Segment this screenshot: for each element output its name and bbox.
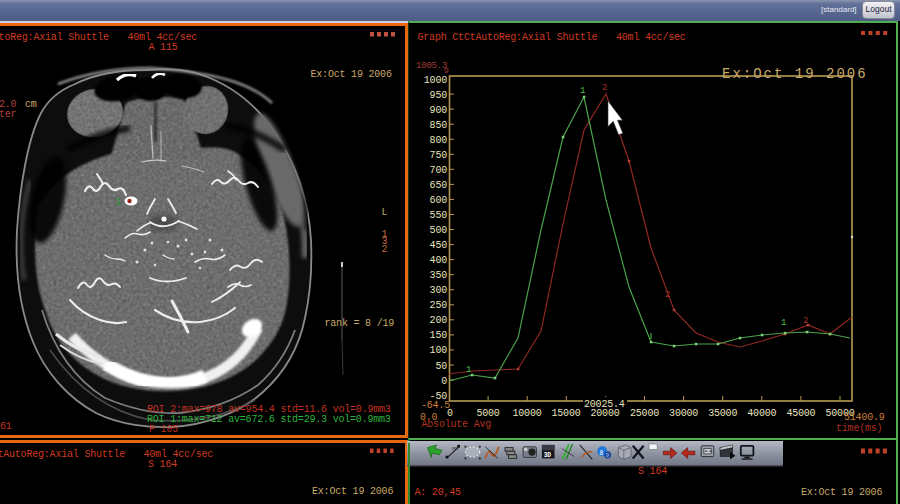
svg-text:35000: 35000 [708, 408, 737, 419]
svg-text:rank = 8 /19: rank = 8 /19 [325, 318, 395, 329]
svg-text:20025.4: 20025.4 [584, 399, 625, 410]
svg-text:600: 600 [430, 195, 448, 206]
svg-text:51400.9: 51400.9 [844, 412, 885, 423]
svg-text:40ml 4cc/sec: 40ml 4cc/sec [616, 32, 686, 43]
svg-text:A 115: A 115 [149, 42, 178, 53]
svg-text:CtCtAutoReg:Axial Shuttle: CtCtAutoReg:Axial Shuttle [0, 449, 125, 460]
svg-text:CtCtAutoReg:Axial Shuttle: CtCtAutoReg:Axial Shuttle [0, 32, 109, 43]
svg-text:2: 2 [602, 83, 607, 93]
svg-text:500: 500 [430, 225, 448, 236]
svg-text:40000: 40000 [747, 408, 776, 419]
svg-text:2: 2 [803, 316, 808, 326]
svg-text:1: 1 [466, 365, 471, 375]
svg-text:9: 9 [606, 454, 609, 460]
svg-text:650: 650 [430, 180, 448, 191]
svg-text:L: L [382, 207, 388, 218]
svg-text:25000: 25000 [630, 408, 659, 419]
svg-text:700: 700 [430, 165, 448, 176]
svg-text:Graph CtCtAutoReg:Axial Shuttl: Graph CtCtAutoReg:Axial Shuttle [418, 32, 598, 43]
svg-text:1: 1 [580, 86, 585, 96]
svg-text:750: 750 [430, 150, 448, 161]
svg-text:cm: cm [25, 99, 37, 110]
svg-text:Ex:Oct 19 2006: Ex:Oct 19 2006 [311, 69, 392, 80]
svg-text:50: 50 [435, 361, 447, 372]
svg-text:20000: 20000 [590, 408, 619, 419]
svg-text:850: 850 [430, 120, 448, 131]
svg-text:8: 8 [599, 450, 603, 457]
svg-text:45000: 45000 [786, 408, 815, 419]
svg-text:1005.3: 1005.3 [416, 61, 447, 71]
svg-text:Ex:Oct 19 2006: Ex:Oct 19 2006 [801, 487, 882, 498]
svg-text:300: 300 [430, 285, 448, 296]
svg-text:ROI 1:max=712 av=672.6 std=29.: ROI 1:max=712 av=672.6 std=29.3 vol=0.9m… [147, 414, 391, 425]
svg-text:200: 200 [430, 315, 448, 326]
svg-text:Absolute Avg: Absolute Avg [422, 419, 492, 430]
svg-text:450: 450 [430, 240, 448, 251]
svg-text:61: 61 [0, 421, 12, 432]
svg-text:950: 950 [430, 90, 448, 101]
svg-text:100: 100 [430, 345, 448, 356]
svg-text:Ex:Oct 19 2006: Ex:Oct 19 2006 [312, 486, 393, 497]
svg-text:P 105: P 105 [149, 424, 178, 435]
svg-text:10000: 10000 [512, 408, 541, 419]
svg-text:15000: 15000 [551, 408, 580, 419]
svg-text:A: 20,45: A: 20,45 [415, 487, 462, 498]
svg-text:S 164: S 164 [638, 466, 667, 477]
svg-text:550: 550 [430, 210, 448, 221]
svg-text:30000: 30000 [669, 408, 698, 419]
svg-text:800: 800 [430, 135, 448, 146]
svg-text:2: 2 [665, 290, 670, 300]
svg-text:3D: 3D [544, 452, 552, 459]
svg-text:0: 0 [441, 376, 447, 387]
svg-text:-64.5: -64.5 [421, 400, 450, 411]
svg-text:5000: 5000 [476, 408, 499, 419]
svg-text:900: 900 [430, 105, 448, 116]
svg-text:250: 250 [430, 300, 448, 311]
svg-text:ter: ter [0, 109, 17, 120]
svg-text:1000: 1000 [424, 75, 447, 86]
svg-text:400: 400 [430, 255, 448, 266]
svg-text:mm: mm [452, 446, 458, 452]
svg-text:150: 150 [430, 330, 448, 341]
svg-text:1: 1 [781, 318, 786, 328]
svg-text:Ex:Oct 19 2006: Ex:Oct 19 2006 [722, 66, 868, 82]
svg-text:350: 350 [430, 270, 448, 281]
svg-text:2: 2 [382, 244, 388, 255]
svg-text:S 164: S 164 [148, 459, 177, 470]
svg-text:time(ms): time(ms) [836, 423, 882, 434]
